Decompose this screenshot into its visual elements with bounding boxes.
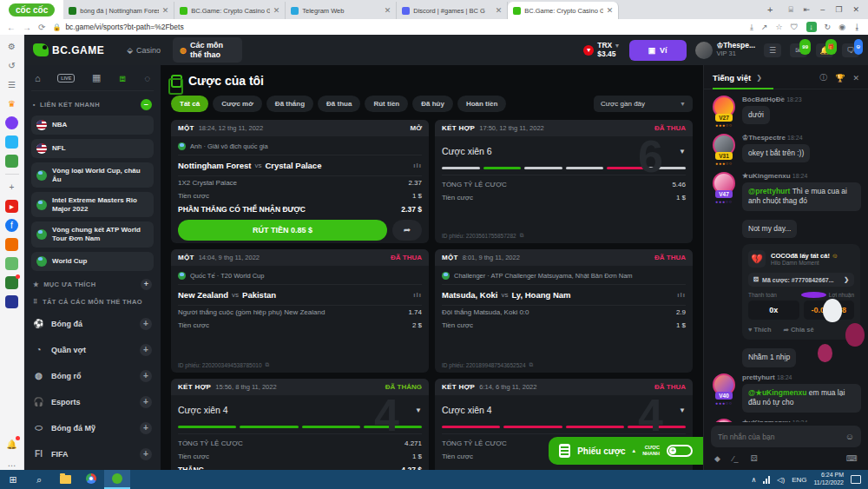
mail-icon[interactable]: ✉99 bbox=[790, 43, 807, 57]
sidebar-sport-item[interactable]: ⬭ Bóng đá Mỹ + bbox=[31, 415, 154, 441]
dice-icon[interactable]: ⚄ bbox=[750, 454, 757, 463]
sidebar-sport-item[interactable]: ◔ Quần vợt + bbox=[31, 337, 154, 363]
tray-expand-icon[interactable]: ∧ bbox=[751, 476, 756, 484]
file-explorer-icon[interactable] bbox=[52, 470, 78, 489]
volume-icon[interactable]: ◁) bbox=[777, 476, 785, 484]
leaf-icon[interactable] bbox=[5, 276, 18, 289]
bet-code[interactable]: ⚄ Mã cược: #7770842667... ❯ bbox=[748, 273, 854, 287]
live-icon[interactable]: LIVE bbox=[57, 74, 75, 83]
filter-Cược mở[interactable]: Cược mở bbox=[213, 96, 262, 112]
more-icon[interactable]: … bbox=[5, 457, 18, 470]
my-bets-icon[interactable]: 🗉 bbox=[118, 73, 128, 83]
chat-username[interactable]: BócBátHọĐề 18:23 bbox=[742, 96, 861, 103]
history-icon[interactable]: ↺ bbox=[5, 59, 18, 72]
collapse-quick-links-button[interactable]: – bbox=[141, 99, 152, 110]
browser-tab[interactable]: Discord | #games | BC G ✕ bbox=[397, 2, 508, 19]
home-icon[interactable]: ⌂ bbox=[35, 73, 41, 83]
cocktail-icon[interactable]: ◆ bbox=[714, 454, 720, 463]
downloads-icon[interactable]: ⭳ bbox=[853, 23, 861, 31]
quick-link-item[interactable]: NBA bbox=[31, 116, 154, 135]
quick-link-item[interactable]: Intel Extreme Masters Rio Major 2022 bbox=[31, 192, 154, 217]
filter-Đã thắng[interactable]: Đã thắng bbox=[266, 96, 313, 112]
quick-link-item[interactable]: NFL bbox=[31, 139, 154, 158]
expand-sport-button[interactable]: + bbox=[140, 370, 152, 382]
reading-list-icon[interactable]: ☰ bbox=[5, 78, 18, 91]
mention[interactable]: @prettyhurt bbox=[748, 187, 790, 195]
expand-sport-button[interactable]: + bbox=[140, 422, 152, 434]
nav-sports[interactable]: ◍ Các môn thể thao bbox=[173, 37, 242, 63]
nav-casino[interactable]: ⬙ Casino bbox=[120, 43, 168, 58]
notification-bell-icon[interactable]: 🔔 bbox=[5, 438, 18, 451]
chevron-right-icon[interactable]: ❯ bbox=[756, 74, 762, 82]
add-shortcut-icon[interactable]: + bbox=[5, 181, 18, 194]
save-page-icon[interactable]: ⤓ bbox=[750, 23, 753, 32]
quick-link-item[interactable]: Vòng chung kết ATP World Tour Đơn Nam bbox=[31, 221, 154, 247]
pin-window-icon[interactable]: ⇤ bbox=[804, 5, 811, 14]
stats-icon[interactable]: ılı bbox=[413, 291, 422, 299]
copy-icon[interactable]: ⧉ bbox=[529, 361, 534, 368]
copy-icon[interactable]: ⧉ bbox=[266, 361, 270, 368]
filter-Tất cả[interactable]: Tất cả bbox=[171, 96, 208, 112]
copy-icon[interactable]: ⧉ bbox=[520, 232, 524, 239]
filter-Đã hủy[interactable]: Đã hủy bbox=[412, 96, 453, 112]
language-indicator[interactable]: ENG bbox=[792, 476, 806, 484]
tab-close-icon[interactable]: ✕ bbox=[273, 6, 280, 15]
trophy-icon[interactable]: 🏆 bbox=[835, 74, 845, 83]
forward-button[interactable]: → bbox=[23, 23, 31, 32]
url-box[interactable]: 🔒 bc.game/vi/sports?bt-path=%2Fbets bbox=[52, 21, 743, 33]
sidebar-sport-item[interactable]: ⚽ Bóng đá + bbox=[31, 311, 154, 337]
info-icon[interactable]: ⓘ bbox=[819, 72, 827, 83]
clock[interactable]: 6:24 PM 11/12/2022 bbox=[813, 472, 844, 487]
messenger-icon[interactable] bbox=[5, 116, 18, 129]
close-button[interactable]: ✕ bbox=[852, 5, 859, 14]
network-icon[interactable] bbox=[763, 476, 770, 484]
chat-toggle-icon[interactable]: 🗨ଡ bbox=[842, 43, 859, 57]
expand-sport-button[interactable]: + bbox=[140, 396, 152, 408]
cashout-button[interactable]: RÚT TIỀN 0.85 $ bbox=[178, 220, 387, 241]
filter-Hoàn tiền[interactable]: Hoàn tiền bbox=[457, 96, 506, 112]
filter-Rút tiền[interactable]: Rút tiền bbox=[365, 96, 408, 112]
close-chat-icon[interactable]: ✕ bbox=[852, 74, 859, 83]
sidebar-sport-item[interactable]: ◍ Bóng rổ + bbox=[31, 363, 154, 389]
tab-close-icon[interactable]: ✕ bbox=[385, 6, 391, 15]
notification-bell-icon[interactable]: 🔔🎁 bbox=[816, 43, 833, 57]
tab-close-icon[interactable]: ✕ bbox=[496, 6, 503, 15]
share-icon[interactable]: ↗ bbox=[761, 23, 768, 31]
filter-Đã thua[interactable]: Đã thua bbox=[318, 96, 360, 112]
browser-tab[interactable]: bóng đá | Nottingham Fores ✕ bbox=[63, 2, 174, 19]
sync-icon[interactable]: ↻ bbox=[825, 23, 832, 31]
tiki-icon[interactable] bbox=[5, 238, 18, 251]
coccoc-taskbar-icon[interactable] bbox=[104, 470, 130, 489]
match-row[interactable]: Matsuda, Kokivs Ly, Hoang Nam ılı bbox=[442, 285, 686, 306]
minimize-button[interactable]: – bbox=[820, 5, 825, 14]
zalo-icon[interactable] bbox=[5, 135, 18, 149]
expand-sport-button[interactable]: + bbox=[140, 318, 152, 330]
tab-close-icon[interactable]: ✕ bbox=[607, 6, 614, 15]
browser-tab[interactable]: Telegram Web ✕ bbox=[286, 2, 397, 19]
tab-search-icon[interactable]: ⌸ bbox=[788, 5, 792, 15]
profile-icon[interactable]: ◉ bbox=[838, 23, 845, 31]
chrome-icon[interactable] bbox=[78, 470, 104, 489]
sidebar-sport-item[interactable]: Fl FIFA + bbox=[31, 441, 154, 467]
balance-selector[interactable]: ▼ TRX ▼ $3.45 bbox=[583, 42, 620, 58]
sort-dropdown[interactable]: Cược gần đây ▼ bbox=[594, 96, 693, 112]
bookmark-star-icon[interactable]: ☆ bbox=[776, 23, 783, 31]
search-icon[interactable]: ◌ bbox=[144, 73, 150, 83]
url-text[interactable]: bc.game/vi/sports?bt-path=%2Fbets bbox=[65, 23, 183, 31]
betslip-fab[interactable]: Phiếu cược ▴ CƯỢCNHANH bbox=[549, 437, 703, 465]
facebook-icon[interactable]: f bbox=[5, 219, 18, 232]
add-favorite-button[interactable]: + bbox=[141, 279, 152, 290]
quick-bet-toggle[interactable] bbox=[667, 445, 693, 457]
browser-tab[interactable]: BC.Game: Crypto Casino Gan ✕ bbox=[174, 2, 286, 19]
match-row[interactable]: Nottingham Forestvs Crystal Palace ılı bbox=[178, 155, 422, 176]
chevron-down-icon[interactable]: ▼ bbox=[679, 148, 686, 155]
action-center-icon[interactable] bbox=[851, 475, 861, 484]
chat-username[interactable]: prettyhurt 18:24 bbox=[742, 373, 861, 381]
stats-icon[interactable]: ılı bbox=[413, 162, 422, 169]
browser-tab[interactable]: BC.Game: Crypto Casino Gar ✕ bbox=[508, 2, 619, 19]
calendar-icon[interactable]: ▦ bbox=[92, 72, 101, 83]
slash-command-icon[interactable]: ⁄_ bbox=[733, 454, 739, 463]
new-tab-button[interactable]: + bbox=[760, 4, 779, 15]
mention[interactable]: @★uKingmenxu bbox=[748, 388, 806, 397]
share-bet-icon[interactable]: ➦ bbox=[392, 220, 422, 241]
